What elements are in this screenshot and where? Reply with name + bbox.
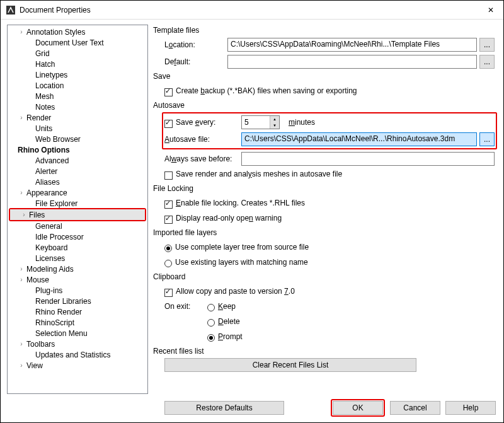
tree-item-licenses[interactable]: Licenses xyxy=(8,253,147,264)
allow-paste-label: Allow copy and paste to version 7.0 xyxy=(176,287,295,296)
tree-item-label: RhinoScript xyxy=(35,318,74,327)
tree-item-web-browser[interactable]: Web Browser xyxy=(8,134,147,144)
window-title: Document Properties xyxy=(20,6,478,14)
tree-item-keyboard[interactable]: Keyboard xyxy=(8,242,147,253)
existing-layers-radio[interactable] xyxy=(164,260,172,267)
complete-tree-label: Use complete layer tree from source file xyxy=(175,243,309,252)
save-every-stepper[interactable]: ▲▼ xyxy=(241,115,280,129)
allow-paste-checkbox[interactable] xyxy=(164,289,173,297)
chevron-right-icon: › xyxy=(18,276,25,283)
tree-item-general[interactable]: General xyxy=(8,221,147,231)
tree-item-label: Selection Menu xyxy=(35,329,88,338)
tree-item-modeling-aids[interactable]: ›Modeling Aids xyxy=(8,264,147,274)
tree-item-document-user-text[interactable]: Document User Text xyxy=(8,37,147,48)
tree-item-label: Annotation Styles xyxy=(26,28,85,37)
tree-item-grid[interactable]: Grid xyxy=(8,48,147,59)
location-browse-button[interactable]: ... xyxy=(479,38,495,52)
complete-tree-radio[interactable] xyxy=(164,245,172,252)
restore-defaults-button[interactable]: Restore Defaults xyxy=(164,401,284,415)
save-heading: Save xyxy=(153,72,495,81)
help-button[interactable]: Help xyxy=(445,401,496,415)
tree-item-label: Render Libraries xyxy=(35,297,91,306)
tree-item-label: Rhino Render xyxy=(35,308,82,316)
save-every-input[interactable] xyxy=(242,116,270,129)
save-every-checkbox[interactable] xyxy=(164,120,173,128)
readonly-warning-checkbox[interactable] xyxy=(164,216,173,224)
imported-layers-heading: Imported file layers xyxy=(153,228,495,237)
delete-radio[interactable] xyxy=(207,319,215,327)
default-browse-button[interactable]: ... xyxy=(479,55,495,69)
close-icon: ✕ xyxy=(488,6,494,14)
clear-recent-button[interactable]: Clear Recent Files List xyxy=(164,358,416,372)
close-button[interactable]: ✕ xyxy=(478,1,503,20)
tree-item-selection-menu[interactable]: Selection Menu xyxy=(8,328,147,339)
cancel-button[interactable]: Cancel xyxy=(390,401,440,415)
tree-item-label: Units xyxy=(35,124,52,133)
keep-label: Keep xyxy=(218,302,236,311)
tree-item-annotation-styles[interactable]: ›Annotation Styles xyxy=(8,26,147,37)
create-backup-label: Create backup (*.*BAK) files when saving… xyxy=(176,86,357,95)
tree-item-label: General xyxy=(35,222,62,231)
autosave-file-browse-button[interactable]: ... xyxy=(479,132,495,146)
default-input[interactable] xyxy=(227,55,477,69)
options-tree[interactable]: ›Annotation StylesDocument User TextGrid… xyxy=(7,25,148,394)
tree-item-label: Linetypes xyxy=(35,71,67,79)
autosave-highlight: Save every: ▲▼ minutes Autosave file: C:… xyxy=(162,112,497,149)
chevron-right-icon: › xyxy=(18,28,25,35)
tree-item-file-explorer[interactable]: File Explorer xyxy=(8,198,147,209)
tree-item-aliases[interactable]: Aliases xyxy=(8,177,147,187)
tree-item-alerter[interactable]: Alerter xyxy=(8,166,147,177)
tree-item-label: View xyxy=(26,361,43,370)
tree-item-linetypes[interactable]: Linetypes xyxy=(8,69,147,80)
autosave-file-input[interactable]: C:\Users\CSS\AppData\Local\McNeel\R...\R… xyxy=(241,132,477,146)
enable-locking-label: Enable file locking. Creates *.RHL files xyxy=(176,199,305,207)
always-save-label: Always save before: xyxy=(164,154,241,163)
tree-item-label: Rhino Options xyxy=(18,146,70,154)
spin-up-button[interactable]: ▲ xyxy=(270,116,279,122)
tree-item-render-libraries[interactable]: Render Libraries xyxy=(8,296,147,306)
template-files-heading: Template files xyxy=(153,26,495,35)
tree-item-label: Licenses xyxy=(35,254,65,263)
keep-radio[interactable] xyxy=(207,304,215,311)
tree-item-advanced[interactable]: Advanced xyxy=(8,155,147,166)
enable-locking-checkbox[interactable] xyxy=(164,200,173,209)
tree-item-rhinoscript[interactable]: RhinoScript xyxy=(8,317,147,328)
ok-button[interactable]: OK xyxy=(333,401,383,415)
tree-item-render[interactable]: ›Render xyxy=(8,112,147,123)
tree-item-toolbars[interactable]: ›Toolbars xyxy=(8,339,147,349)
tree-item-files[interactable]: ›Files xyxy=(10,209,145,220)
tree-item-plug-ins[interactable]: Plug-ins xyxy=(8,285,147,296)
tree-item-mouse[interactable]: ›Mouse xyxy=(8,274,147,285)
tree-item-label: Alerter xyxy=(35,167,57,176)
render-meshes-checkbox[interactable] xyxy=(164,171,173,180)
tree-item-mesh[interactable]: Mesh xyxy=(8,91,147,101)
spin-down-button[interactable]: ▼ xyxy=(270,122,279,129)
tree-item-notes[interactable]: Notes xyxy=(8,101,147,112)
tree-item-location[interactable]: Location xyxy=(8,80,147,91)
tree-item-rhino-render[interactable]: Rhino Render xyxy=(8,306,147,317)
tree-item-label: Mesh xyxy=(35,92,54,101)
tree-item-idle-processor[interactable]: Idle Processor xyxy=(8,231,147,242)
tree-item-hatch[interactable]: Hatch xyxy=(8,59,147,69)
prompt-label: Prompt xyxy=(218,332,243,341)
create-backup-checkbox[interactable] xyxy=(164,88,173,96)
default-label: Default: xyxy=(164,57,227,66)
on-exit-label: On exit: xyxy=(164,302,207,311)
tree-item-label: Plug-ins xyxy=(35,286,62,295)
tree-item-rhino-options[interactable]: Rhino Options xyxy=(8,144,147,155)
location-input[interactable]: C:\Users\CSS\AppData\Roaming\McNeel\Rhi.… xyxy=(227,38,477,52)
tree-item-label: Aliases xyxy=(35,178,60,187)
always-save-input[interactable] xyxy=(241,152,495,166)
tree-item-view[interactable]: ›View xyxy=(8,360,147,371)
tree-item-units[interactable]: Units xyxy=(8,123,147,134)
autosave-file-label: Autosave file: xyxy=(164,135,241,144)
tree-item-appearance[interactable]: ›Appearance xyxy=(8,187,147,198)
tree-item-label: Advanced xyxy=(35,156,69,165)
prompt-radio[interactable] xyxy=(207,334,215,342)
minutes-label: minutes xyxy=(289,118,315,127)
titlebar: Document Properties ✕ xyxy=(1,1,503,20)
tree-item-label: Location xyxy=(35,81,64,90)
delete-label: Delete xyxy=(218,317,240,326)
tree-item-label: Appearance xyxy=(26,188,67,197)
tree-item-updates-and-statistics[interactable]: Updates and Statistics xyxy=(8,349,147,360)
